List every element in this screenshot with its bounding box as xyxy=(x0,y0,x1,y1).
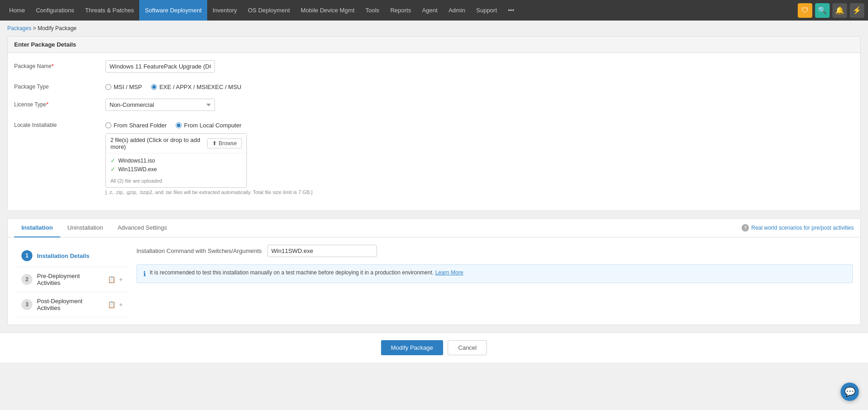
license-type-wrap: Non-Commercial Commercial Open Source xyxy=(105,99,854,111)
browse-label: Browse xyxy=(219,140,237,147)
step-3-actions: 📋 + xyxy=(108,301,123,308)
package-type-wrap: MSI / MSP EXE / APPX / MSIEXEC / MSU xyxy=(105,81,854,90)
step-1-label: Installation Details xyxy=(37,252,123,259)
license-type-select[interactable]: Non-Commercial Commercial Open Source xyxy=(105,99,215,111)
info-banner: ℹ It is recommended to test this install… xyxy=(136,264,853,283)
locate-installable-row: Locate Installable From Shared Folder Fr… xyxy=(14,119,854,195)
nav-agent[interactable]: Agent xyxy=(417,0,443,21)
info-text: It is recommended to test this installat… xyxy=(150,269,463,276)
package-name-row: Package Name* xyxy=(14,60,854,73)
package-name-input[interactable] xyxy=(105,60,215,73)
locate-wrap: From Shared Folder From Local Computer 2… xyxy=(105,119,854,195)
package-type-row: Package Type MSI / MSP EXE / APPX / MSIE… xyxy=(14,81,854,90)
step-2-add-icon[interactable]: + xyxy=(119,276,123,283)
modify-package-button[interactable]: Modify Package xyxy=(381,340,444,355)
license-type-label: License Type* xyxy=(14,99,105,108)
search-icon[interactable]: 🔍 xyxy=(815,3,830,18)
navbar: Home Configurations Threats & Patches So… xyxy=(0,0,868,21)
upload-status: All (2) file are uploaded xyxy=(106,176,246,187)
breadcrumb-current: Modify Package xyxy=(37,25,76,32)
installation-pane: 1 Installation Details 2 Pre-Deployment … xyxy=(15,245,853,317)
help-icon[interactable]: ? xyxy=(742,224,749,231)
step-2-copy-icon[interactable]: 📋 xyxy=(108,276,115,283)
checkmark-icon-1: ✓ xyxy=(110,157,115,164)
package-type-exe-option[interactable]: EXE / APPX / MSIEXEC / MSU xyxy=(151,84,241,90)
step-3-number: 3 xyxy=(21,299,32,310)
locate-local-radio[interactable] xyxy=(176,122,182,128)
info-icon: ℹ xyxy=(143,270,146,278)
package-type-msi-radio[interactable] xyxy=(105,84,111,90)
breadcrumb-separator: > xyxy=(33,25,37,32)
step-3-copy-icon[interactable]: 📋 xyxy=(108,301,115,308)
navbar-right-icons: 🛡 🔍 🔔 ⚡ xyxy=(798,3,864,18)
nav-threats-patches[interactable]: Threats & Patches xyxy=(80,0,140,21)
locate-radio-group: From Shared Folder From Local Computer xyxy=(105,119,854,129)
step-2-number: 2 xyxy=(21,274,32,285)
nav-reports[interactable]: Reports xyxy=(385,0,417,21)
bell-icon[interactable]: 🔔 xyxy=(832,3,847,18)
step-1[interactable]: 1 Installation Details xyxy=(15,245,129,267)
install-cmd-label: Installation Command with Switches/Argum… xyxy=(136,247,262,254)
step-3-label: Post-Deployment Activities xyxy=(37,298,103,311)
locate-shared-option[interactable]: From Shared Folder xyxy=(105,122,167,129)
step-3-add-icon[interactable]: + xyxy=(119,301,123,308)
locate-label: Locate Installable xyxy=(14,119,105,128)
step-2[interactable]: 2 Pre-Deployment Activities 📋 + xyxy=(15,267,129,292)
lightning-icon[interactable]: ⚡ xyxy=(850,3,864,18)
upload-icon: ⬆ xyxy=(212,140,217,147)
tab-content: 1 Installation Details 2 Pre-Deployment … xyxy=(8,237,860,325)
step-panel: Installation Command with Switches/Argum… xyxy=(136,245,853,317)
learn-more-link[interactable]: Learn More xyxy=(435,269,463,276)
nav-support[interactable]: Support xyxy=(471,0,503,21)
section-title: Enter Package Details xyxy=(8,37,860,53)
file-note: [ .z, .zip, .gzip, .bzip2, and .tar file… xyxy=(105,189,854,195)
tabs-section: Installation Uninstallation Advanced Set… xyxy=(7,218,861,325)
step-2-label: Pre-Deployment Activities xyxy=(37,273,103,286)
file-item-2: ✓ Win11SWD.exe xyxy=(110,165,242,173)
step-3[interactable]: 3 Post-Deployment Activities 📋 + xyxy=(15,292,129,317)
file-upload-header: 2 file(s) added (Click or drop to add mo… xyxy=(106,134,246,153)
tab-uninstallation[interactable]: Uninstallation xyxy=(60,219,110,237)
file-upload-box[interactable]: 2 file(s) added (Click or drop to add mo… xyxy=(105,133,247,188)
locate-local-label: From Local Computer xyxy=(184,122,241,129)
file-count-text: 2 file(s) added xyxy=(110,137,145,143)
install-cmd-input[interactable] xyxy=(267,245,377,257)
locate-local-option[interactable]: From Local Computer xyxy=(176,122,241,129)
help-text: Real world scenarios for pre/post activi… xyxy=(751,225,854,231)
browse-button[interactable]: ⬆ Browse xyxy=(207,138,242,148)
package-type-msi-option[interactable]: MSI / MSP xyxy=(105,84,142,90)
package-type-exe-label: EXE / APPX / MSIEXEC / MSU xyxy=(159,84,241,90)
nav-inventory[interactable]: Inventory xyxy=(207,0,242,21)
file-list: ✓ Windows11.iso ✓ Win11SWD.exe xyxy=(106,153,246,176)
step-2-actions: 📋 + xyxy=(108,276,123,283)
nav-configurations[interactable]: Configurations xyxy=(31,0,80,21)
package-type-msi-label: MSI / MSP xyxy=(114,84,142,90)
steps-sidebar: 1 Installation Details 2 Pre-Deployment … xyxy=(15,245,129,317)
nav-tools[interactable]: Tools xyxy=(360,0,385,21)
tab-installation[interactable]: Installation xyxy=(14,219,60,237)
nav-mobile-device-mgmt[interactable]: Mobile Device Mgmt xyxy=(295,0,360,21)
shield-icon[interactable]: 🛡 xyxy=(798,3,812,18)
file-name-2: Win11SWD.exe xyxy=(118,166,157,173)
nav-home[interactable]: Home xyxy=(4,0,31,21)
package-type-exe-radio[interactable] xyxy=(151,84,157,90)
file-name-1: Windows11.iso xyxy=(118,158,155,164)
locate-shared-radio[interactable] xyxy=(105,122,111,128)
step-1-number: 1 xyxy=(21,250,32,261)
locate-shared-label: From Shared Folder xyxy=(114,122,167,129)
file-item-1: ✓ Windows11.iso xyxy=(110,156,242,165)
breadcrumb: Packages > Modify Package xyxy=(0,21,868,36)
nav-admin[interactable]: Admin xyxy=(443,0,471,21)
nav-software-deployment[interactable]: Software Deployment xyxy=(139,0,207,21)
checkmark-icon-2: ✓ xyxy=(110,166,115,173)
nav-os-deployment[interactable]: OS Deployment xyxy=(242,0,295,21)
nav-more[interactable]: ••• xyxy=(502,0,520,21)
tabs-header-right: ? Real world scenarios for pre/post acti… xyxy=(742,224,854,231)
cancel-button[interactable]: Cancel xyxy=(448,340,487,355)
breadcrumb-parent[interactable]: Packages xyxy=(7,25,31,32)
package-name-label: Package Name* xyxy=(14,60,105,69)
license-type-row: License Type* Non-Commercial Commercial … xyxy=(14,99,854,111)
package-details-section: Enter Package Details Package Name* Pack… xyxy=(7,36,861,211)
tab-advanced-settings[interactable]: Advanced Settings xyxy=(110,219,174,237)
tabs-header: Installation Uninstallation Advanced Set… xyxy=(8,219,860,237)
